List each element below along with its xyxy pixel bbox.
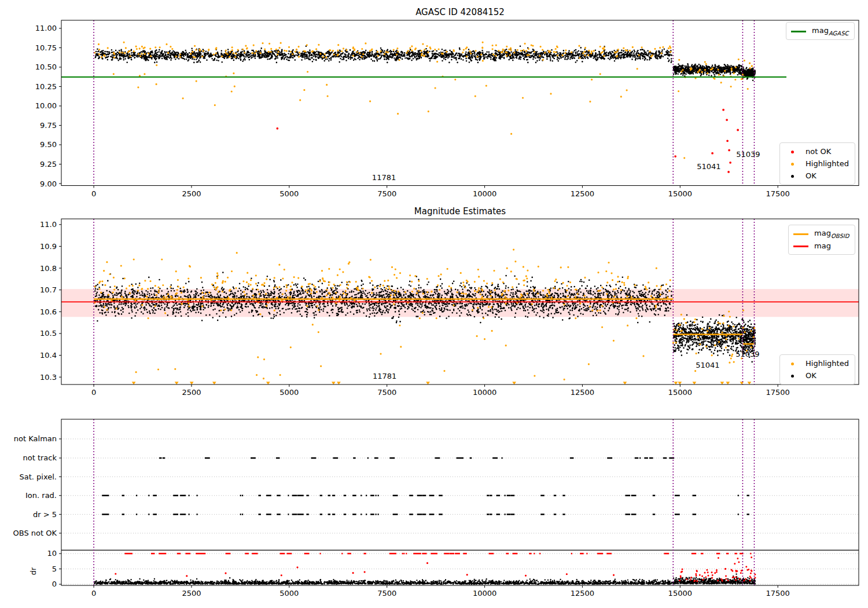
y-tick-label: 10.3 [40, 373, 57, 382]
x-tick-label: 10000 [473, 388, 496, 397]
x-tick-label: 7500 [377, 388, 396, 397]
category-label: Sat. pixel. [20, 473, 57, 481]
x-tick-label: 2500 [182, 589, 201, 598]
y-tick-label: 10.5 [40, 329, 57, 338]
legend-label: magAGASC [812, 26, 848, 36]
legend-entry: Highlighted [785, 158, 849, 170]
annotation-11781: 11781 [372, 173, 396, 182]
y-tick-label: 9.75 [40, 121, 57, 130]
legend-top-0: magAGASC [786, 22, 855, 40]
axes-spines [61, 20, 859, 186]
x-tick-label: 12500 [571, 189, 594, 198]
x-tick-label: 0 [91, 589, 96, 598]
y-tick-label: 10.6 [40, 307, 57, 316]
y-tick-label: 10.75 [35, 43, 57, 52]
y-tick-label: 10.25 [35, 82, 57, 91]
y-tick-label: 10.9 [40, 242, 57, 251]
highlighted-low [113, 64, 638, 102]
dr10-red-flags [124, 553, 751, 555]
legend-label: not OK [806, 147, 831, 156]
x-tick-label: 7500 [377, 189, 396, 198]
y-tick-label: 10.50 [35, 63, 57, 71]
category-label: not track [23, 453, 57, 462]
dr-gt5-flags [102, 514, 749, 515]
x-tick-label: 5000 [279, 589, 299, 598]
dr-axis-label: dr [29, 567, 38, 575]
x-tick-label: 0 [91, 388, 96, 397]
legend-dot-sample [785, 371, 800, 380]
ok-seg2 [672, 314, 743, 356]
legend-dot-sample [785, 147, 800, 156]
legend-entry: magOBSID [793, 228, 849, 240]
x-tick-label: 17500 [766, 589, 789, 598]
x-tick-label: 0 [91, 189, 96, 198]
legend-entry: OK [785, 369, 849, 382]
y-tick-label: 10.4 [40, 351, 57, 360]
x-tick-label: 5000 [279, 189, 299, 198]
ok-seg3 [742, 67, 756, 81]
category-label: Ion. rad. [25, 491, 57, 500]
axes-spines [61, 419, 859, 585]
dr-band-seg1 [94, 577, 674, 585]
x-tick-label: 17500 [766, 388, 789, 397]
legend-label: Highlighted [806, 159, 849, 168]
x-tick-label: 2500 [182, 189, 201, 198]
ion-rad-flags [102, 495, 749, 497]
dr-tick-label: 10 [47, 549, 57, 558]
annotation-51041: 51041 [696, 361, 719, 369]
y-tick-label: 9.00 [40, 180, 57, 188]
legend-middle-1: HighlightedOK [779, 354, 855, 384]
dr-tick-label: 5 [52, 565, 57, 573]
x-tick-label: 15000 [668, 189, 692, 198]
annotation-51039: 51039 [735, 350, 759, 358]
annotation-11781: 11781 [373, 372, 396, 380]
legend-entry: magAGASC [791, 25, 848, 37]
legend-line-sample [793, 241, 808, 250]
annotation-51041: 51041 [697, 162, 720, 171]
legend-dot-sample [785, 159, 800, 168]
highlighted-clip-triangles [132, 382, 752, 384]
y-tick-label: 10.7 [40, 285, 57, 294]
highlighted-outliers [156, 71, 749, 159]
legend-label: magOBSID [814, 229, 849, 239]
legend-middle-0: magOBSIDmag [788, 225, 855, 255]
x-tick-label: 15000 [668, 388, 692, 397]
y-tick-label: 9.50 [40, 140, 57, 149]
legend-label: mag [814, 241, 831, 250]
annotation-51039: 51039 [736, 150, 760, 159]
x-tick-label: 10000 [473, 589, 496, 598]
x-tick-label: 2500 [182, 388, 201, 397]
dr-red-end-high [718, 556, 752, 570]
not-ok-points [276, 109, 739, 173]
category-label: dr > 5 [33, 510, 57, 519]
y-tick-label: 11.00 [35, 24, 57, 32]
ax-bottom: 025005000750010000125001500017500not Kal… [13, 419, 859, 598]
legend-dot-sample [785, 359, 800, 368]
legend-entry: Highlighted [785, 357, 849, 369]
legend-dot-sample [785, 171, 800, 180]
x-tick-label: 5000 [279, 388, 299, 397]
legend-label: OK [806, 171, 816, 180]
category-label: not Kalman [14, 434, 57, 443]
ax-top: 1178151041510390250050007500100001250015… [35, 20, 859, 198]
dr-red-sparse [115, 562, 615, 577]
y-tick-label: 10.00 [35, 101, 57, 110]
legend-label: OK [806, 371, 816, 380]
figure-svg: 1178151041510390250050007500100001250015… [0, 0, 868, 608]
x-tick-label: 12500 [571, 388, 594, 397]
figure: AGASC ID 42084152 Magnitude Estimates 11… [0, 0, 868, 608]
legend-line-sample [791, 27, 806, 35]
highlighted-band [94, 41, 672, 63]
legend-line-sample [793, 229, 808, 238]
y-tick-label: 10.8 [40, 264, 57, 273]
x-tick-label: 7500 [377, 589, 396, 598]
x-tick-label: 10000 [473, 189, 496, 198]
legend-top-1: not OKHighlightedOK [779, 142, 855, 185]
x-tick-label: 15000 [668, 589, 692, 598]
legend-entry: OK [785, 170, 849, 182]
dr-band-seg2 [672, 573, 756, 584]
legend-entry: not OK [785, 145, 849, 158]
highlighted-high-outliers [236, 249, 515, 254]
legend-label: Highlighted [806, 359, 849, 368]
x-tick-label: 17500 [766, 189, 789, 198]
